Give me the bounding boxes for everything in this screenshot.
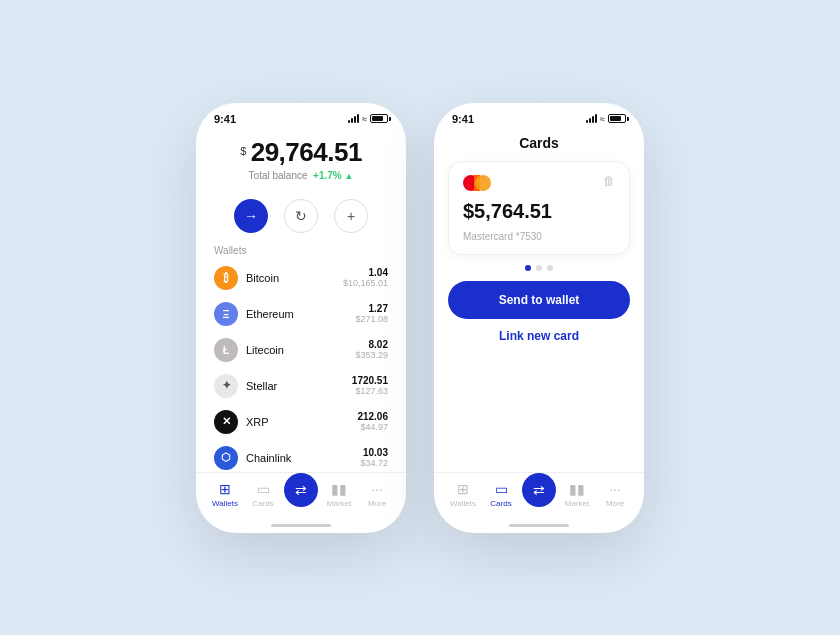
ethereum-icon: Ξ (214, 302, 238, 326)
nav-more-label-2: More (606, 499, 624, 508)
transfer-btn[interactable]: ⇄ (284, 473, 318, 507)
more-nav-icon: ··· (371, 481, 383, 497)
nav-more-2[interactable]: ··· More (596, 481, 634, 508)
action-buttons: → ↻ + (196, 199, 406, 233)
home-indicator-1 (271, 524, 331, 527)
nav-wallets-label-2: Wallets (450, 499, 476, 508)
nav-market-1[interactable]: ▮▮ Market (320, 481, 358, 508)
cards-nav-icon-2: ▭ (495, 481, 508, 497)
list-item[interactable]: ₿ Bitcoin 1.04 $10,165.01 (196, 260, 406, 296)
nav-more-1[interactable]: ··· More (358, 481, 396, 508)
wallets-section-title: Wallets (196, 241, 406, 260)
nav-transfer-1[interactable]: ⇄ (282, 481, 320, 508)
wallets-nav-icon-2: ⊞ (457, 481, 469, 497)
wallet-amounts-litecoin: 8.02 $353.29 (355, 339, 388, 360)
balance-display: $ 29,764.51 (216, 137, 386, 168)
status-bar-2: 9:41 ≈ (434, 103, 644, 129)
home-indicator-2 (509, 524, 569, 527)
battery-icon (370, 114, 388, 123)
wallet-name-bitcoin: Bitcoin (246, 272, 335, 284)
list-item[interactable]: ✕ XRP 212.06 $44.97 (196, 404, 406, 440)
transfer-icon-2: ⇄ (533, 482, 545, 498)
balance-label: Total balance +1.7% ▲ (216, 170, 386, 181)
status-icons-1: ≈ (348, 114, 388, 124)
nav-wallets-label-1: Wallets (212, 499, 238, 508)
mastercard-logo (463, 174, 491, 192)
status-bar-1: 9:41 ≈ (196, 103, 406, 129)
bottom-nav-2: ⊞ Wallets ▭ Cards ⇄ ▮▮ Market ··· (434, 472, 644, 520)
wallet-name-xrp: XRP (246, 416, 349, 428)
bottom-nav-1: ⊞ Wallets ▭ Cards ⇄ ▮▮ Market ··· (196, 472, 406, 520)
link-new-card-button[interactable]: Link new card (434, 319, 644, 353)
wallet-list: ₿ Bitcoin 1.04 $10,165.01 Ξ Ethereum 1.2… (196, 260, 406, 472)
dot-1 (525, 265, 531, 271)
send-to-wallet-button[interactable]: Send to wallet (448, 281, 630, 319)
wallet-amounts-chainlink: 10.03 $34.72 (360, 447, 388, 468)
balance-amount: 29,764.51 (251, 137, 362, 167)
plus-icon: + (347, 208, 355, 224)
nav-wallets-2[interactable]: ⊞ Wallets (444, 481, 482, 508)
delete-card-button[interactable]: 🗑 (603, 174, 615, 188)
stellar-icon: ✦ (214, 374, 238, 398)
card-header: 🗑 (463, 174, 615, 192)
transfer-btn-2[interactable]: ⇄ (522, 473, 556, 507)
cards-nav-icon: ▭ (257, 481, 270, 497)
signal-icon (348, 114, 359, 123)
wallet-amounts-xrp: 212.06 $44.97 (357, 411, 388, 432)
nav-cards-1[interactable]: ▭ Cards (244, 481, 282, 508)
xrp-icon: ✕ (214, 410, 238, 434)
wallet-name-chainlink: Chainlink (246, 452, 352, 464)
wifi-icon-2: ≈ (600, 114, 605, 124)
status-time-1: 9:41 (214, 113, 236, 125)
transfer-icon: ⇄ (295, 482, 307, 498)
battery-icon-2 (608, 114, 626, 123)
wallet-amounts-bitcoin: 1.04 $10,165.01 (343, 267, 388, 288)
card-item: 🗑 $5,764.51 Mastercard *7530 (448, 161, 630, 255)
nav-market-label-1: Market (327, 499, 351, 508)
status-icons-2: ≈ (586, 114, 626, 124)
wallets-nav-icon: ⊞ (219, 481, 231, 497)
mc-yellow-circle (475, 175, 491, 191)
more-nav-icon-2: ··· (609, 481, 621, 497)
dot-3 (547, 265, 553, 271)
card-number: Mastercard *7530 (463, 231, 615, 242)
bitcoin-icon: ₿ (214, 266, 238, 290)
nav-cards-2[interactable]: ▭ Cards (482, 481, 520, 508)
wallet-amounts-stellar: 1720.51 $127.63 (352, 375, 388, 396)
cards-page-title: Cards (434, 129, 644, 161)
wallet-name-ethereum: Ethereum (246, 308, 347, 320)
phone-cards: 9:41 ≈ Cards (434, 103, 644, 533)
wifi-icon: ≈ (362, 114, 367, 124)
wallet-name-litecoin: Litecoin (246, 344, 347, 356)
list-item[interactable]: ✦ Stellar 1720.51 $127.63 (196, 368, 406, 404)
dot-2 (536, 265, 542, 271)
nav-market-2[interactable]: ▮▮ Market (558, 481, 596, 508)
currency-symbol: $ (240, 144, 246, 156)
market-nav-icon: ▮▮ (331, 481, 347, 497)
list-item[interactable]: Ł Litecoin 8.02 $353.29 (196, 332, 406, 368)
balance-section: $ 29,764.51 Total balance +1.7% ▲ (196, 129, 406, 191)
wallet-name-stellar: Stellar (246, 380, 344, 392)
status-time-2: 9:41 (452, 113, 474, 125)
list-item[interactable]: ⬡ Chainlink 10.03 $34.72 (196, 440, 406, 472)
send-button[interactable]: → (234, 199, 268, 233)
litecoin-icon: Ł (214, 338, 238, 362)
chainlink-icon: ⬡ (214, 446, 238, 470)
phone2-content: Cards 🗑 $5,764.51 Mastercard *7530 (434, 129, 644, 520)
balance-up-arrow: ▲ (345, 171, 354, 181)
card-dots-indicator (434, 265, 644, 271)
nav-transfer-2[interactable]: ⇄ (520, 481, 558, 508)
refresh-button[interactable]: ↻ (284, 199, 318, 233)
phones-container: 9:41 ≈ $ 29,764.51 (0, 0, 840, 635)
phone1-content: $ 29,764.51 Total balance +1.7% ▲ → ↻ (196, 129, 406, 520)
nav-market-label-2: Market (565, 499, 589, 508)
list-item[interactable]: Ξ Ethereum 1.27 $271.08 (196, 296, 406, 332)
phone-wallets: 9:41 ≈ $ 29,764.51 (196, 103, 406, 533)
nav-more-label-1: More (368, 499, 386, 508)
wallet-amounts-ethereum: 1.27 $271.08 (355, 303, 388, 324)
nav-cards-label-1: Cards (252, 499, 273, 508)
market-nav-icon-2: ▮▮ (569, 481, 585, 497)
add-button[interactable]: + (334, 199, 368, 233)
nav-wallets-1[interactable]: ⊞ Wallets (206, 481, 244, 508)
refresh-icon: ↻ (295, 208, 307, 224)
